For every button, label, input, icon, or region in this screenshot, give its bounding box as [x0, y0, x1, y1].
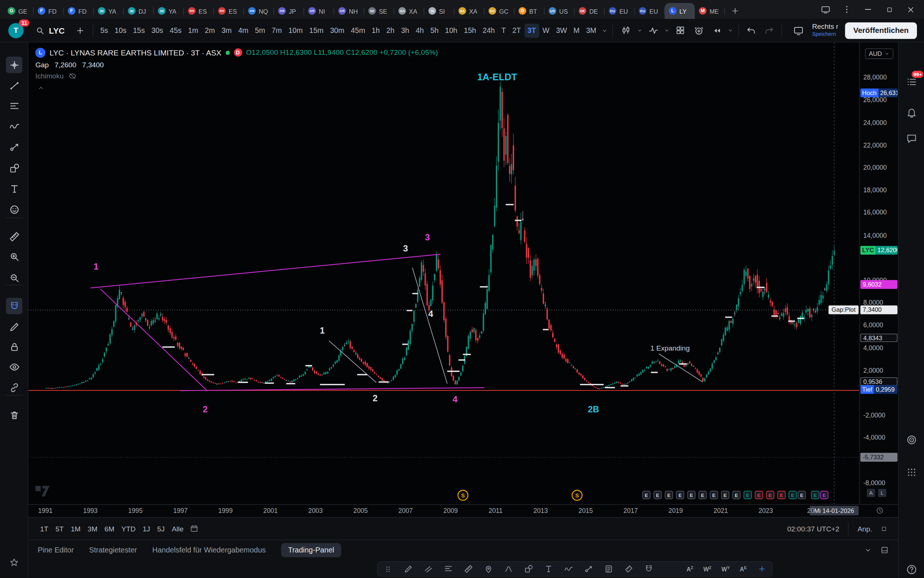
drawbar-channel-button[interactable] [423, 564, 433, 574]
time-axis[interactable]: Mi 14-01-2026 19911993199519971999200120… [29, 504, 898, 517]
create-alert-button[interactable] [690, 22, 708, 39]
layout-manager-button[interactable] [790, 22, 807, 39]
legend-collapse-button[interactable] [36, 84, 46, 92]
tool-pencil[interactable] [6, 318, 23, 335]
sidebar-apps-button[interactable] [905, 466, 918, 479]
adjust-icon[interactable] [878, 520, 890, 537]
avatar[interactable]: T 11 [8, 23, 23, 38]
window-close-button[interactable] [900, 2, 920, 17]
earnings-markers[interactable]: EEEEEEEEEEEEEEEEE [643, 491, 828, 499]
timeframe-2T[interactable]: 2T [509, 23, 524, 37]
tool-text[interactable] [6, 180, 23, 197]
panel-tab-strategietester[interactable]: Strategietester [89, 546, 137, 554]
browser-tab-nq-8[interactable]: 100NQ [244, 3, 274, 19]
layout-block[interactable]: Rechts r Speichern [812, 23, 840, 37]
panel-chevron-down-icon[interactable] [864, 546, 872, 554]
drawbar-text-button[interactable] [543, 564, 553, 574]
timeframe-7m[interactable]: 7m [268, 23, 285, 37]
drawbar-pencil-button[interactable] [403, 564, 413, 574]
drawbar-ruler-button[interactable] [463, 564, 473, 574]
timeframe-3h[interactable]: 3h [398, 23, 413, 37]
range-button-5j[interactable]: 5J [154, 522, 168, 535]
browser-tab-us-18[interactable]: USUS [544, 3, 574, 19]
price-chart[interactable]: 123412341A-ELDT2B1 ExpandingSSEEEEEEEEEE… [29, 42, 859, 504]
browser-tab-se-12[interactable]: SESE [364, 3, 394, 19]
timeframe-15h[interactable]: 15h [461, 23, 479, 37]
drawbar-fib-button[interactable] [443, 564, 453, 574]
browser-tab-es-7[interactable]: 500ES [214, 3, 244, 19]
timeframe-3m[interactable]: 3m [218, 23, 235, 37]
browser-tab-gc-16[interactable]: GCGC [485, 3, 515, 19]
sidebar-watchlist-button[interactable]: 99+ [905, 75, 918, 88]
indicators-chevron-down-icon[interactable] [663, 22, 671, 39]
drawbar-letter-az[interactable]: AZ [686, 565, 693, 573]
browser-tab-ly-22[interactable]: LLY [665, 3, 694, 19]
browser-menu-button[interactable] [837, 2, 857, 17]
wave-labels[interactable]: 123412341A-ELDT2B1 Expanding [94, 72, 690, 414]
timeframe-24h[interactable]: 24h [479, 23, 498, 37]
timeframe-30s[interactable]: 30s [148, 23, 167, 37]
timeframe-3M[interactable]: 3M [583, 23, 599, 37]
tool-crosshair[interactable] [6, 57, 23, 73]
browser-tab-es-6[interactable]: 500ES [184, 3, 214, 19]
browser-tab-ge-0[interactable]: GGE [4, 3, 34, 19]
chart-style-button[interactable] [617, 22, 634, 39]
tool-wave[interactable] [6, 118, 23, 135]
drawbar-wave-button[interactable] [563, 564, 573, 574]
drawbar-letter-wz[interactable]: WZ [703, 565, 712, 573]
timeframe-2m[interactable]: 2m [201, 23, 218, 37]
timeframe-4h[interactable]: 4h [413, 23, 427, 37]
range-button-alle[interactable]: Alle [168, 522, 187, 535]
browser-tab-ya-3[interactable]: 30YA [94, 3, 124, 19]
timeframe-3T[interactable]: 3T [524, 23, 539, 37]
scale-auto-button[interactable]: A [867, 489, 875, 497]
window-minimize-button[interactable] [858, 2, 878, 17]
drawbar-shapes-button[interactable] [523, 564, 533, 574]
range-button-ytd[interactable]: YTD [118, 522, 139, 535]
drawbar-letter-wy[interactable]: WY [722, 565, 730, 573]
browser-tab-dj-4[interactable]: 30DJ [124, 3, 154, 19]
browser-tab-si-14[interactable]: SISI [424, 3, 454, 19]
panel-tab-trading-panel[interactable]: Trading-Panel [281, 543, 341, 557]
currency-selector[interactable]: AUD [865, 49, 894, 59]
timeframe-M[interactable]: M [570, 23, 583, 37]
timeframe-2h[interactable]: 2h [383, 23, 398, 37]
tool-ruler[interactable] [6, 228, 23, 245]
drawbar-curve-button[interactable] [503, 564, 513, 574]
panel-tab-handelsfeld-f-r-wiedergabemodus[interactable]: Handelsfeld für Wiedergabemodus [152, 546, 266, 554]
drawbar-forecast-button[interactable] [583, 564, 593, 574]
timeframe-5h[interactable]: 5h [427, 23, 442, 37]
browser-tab-ni-10[interactable]: 225NI [304, 3, 334, 19]
timeframe-3W[interactable]: 3W [553, 23, 570, 37]
timeframes-chevron-down-icon[interactable] [600, 22, 608, 39]
timeframe-30m[interactable]: 30m [327, 23, 348, 37]
scale-log-button[interactable]: L [878, 489, 886, 497]
range-button-1m[interactable]: 1M [67, 522, 84, 535]
timeframe-1m[interactable]: 1m [185, 23, 201, 37]
drag-handle[interactable] [383, 564, 393, 574]
bar-replay-button[interactable] [709, 22, 725, 39]
sidebar-hotlists-button[interactable] [905, 434, 918, 446]
tool-magnet[interactable] [6, 298, 23, 314]
timeframe-5m[interactable]: 5m [252, 23, 268, 37]
panel-maximize-icon[interactable] [880, 546, 888, 554]
panel-tab-pine-editor[interactable]: Pine Editor [38, 546, 74, 554]
publish-button[interactable]: Veröffentlichen [845, 22, 917, 39]
browser-tab-fd-2[interactable]: FFD [63, 3, 94, 19]
browser-tab-de-19[interactable]: DEDE [575, 3, 605, 19]
timeframe-15s[interactable]: 15s [130, 23, 148, 37]
browser-tab-ya-5[interactable]: 30YA [154, 3, 184, 19]
tool-forecast[interactable] [6, 139, 23, 155]
browser-tab-fd-1[interactable]: FFD [34, 3, 63, 19]
sidebar-ideas-button[interactable] [905, 132, 918, 145]
drawbar-measure-button[interactable] [623, 564, 633, 574]
symbol-search[interactable]: LYC [29, 26, 71, 35]
adjust-label[interactable]: Anp. [858, 524, 872, 533]
browser-tab-bt-17[interactable]: BBT [515, 3, 544, 19]
layout-grid-button[interactable] [672, 22, 689, 39]
timeframe-T[interactable]: T [498, 23, 509, 37]
add-symbol-button[interactable] [72, 22, 88, 39]
redo-button[interactable] [761, 22, 777, 39]
tool-lock[interactable] [6, 338, 23, 355]
range-button-1t[interactable]: 1T [37, 522, 52, 535]
